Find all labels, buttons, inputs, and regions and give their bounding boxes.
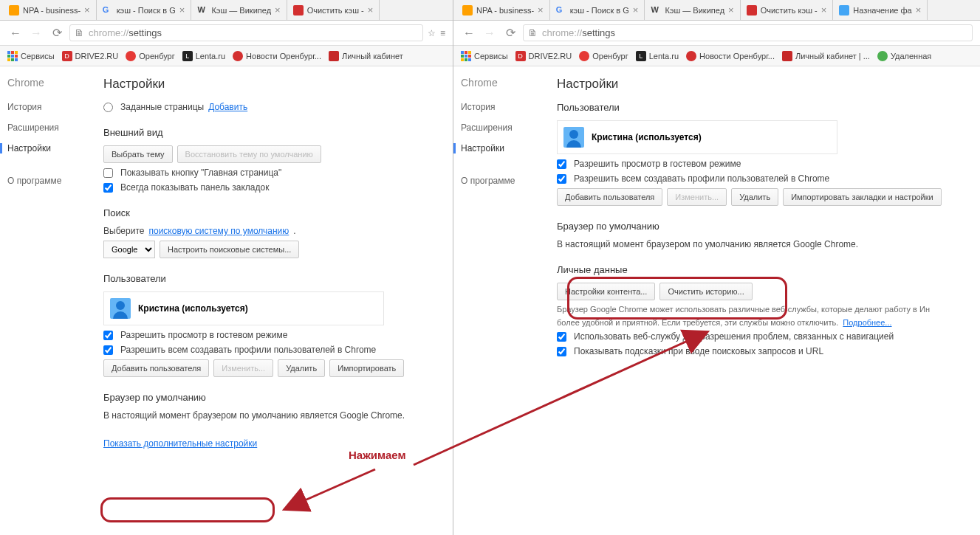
manage-engines-button[interactable]: Настроить поисковые системы... xyxy=(160,241,299,258)
default-search-link[interactable]: поисковую систему по умолчанию xyxy=(148,226,289,236)
guest-checkbox[interactable] xyxy=(557,159,566,169)
user-card[interactable]: Кристина (используется) xyxy=(557,120,837,154)
bookmarks-bar: Сервисы DDRIVE2.RU Оренбург LLenta.ru Но… xyxy=(0,46,453,66)
close-icon[interactable]: × xyxy=(633,4,639,15)
annotation-box xyxy=(100,497,275,522)
privacy-title: Личные данные xyxy=(557,264,980,275)
sidebar-title: Chrome xyxy=(7,77,96,89)
allow-add-checkbox[interactable] xyxy=(103,345,113,355)
tab-npa[interactable]: NPA - business-× xyxy=(3,0,97,20)
apps-shortcut[interactable]: Сервисы xyxy=(461,51,508,61)
tab-search[interactable]: Gкэш - Поиск в G× xyxy=(550,0,645,20)
tab-cache[interactable]: Очистить кэш -× xyxy=(741,0,834,20)
sidebar-settings[interactable]: Настройки xyxy=(0,143,96,153)
content-settings-button[interactable]: Настройки контента... xyxy=(557,283,655,300)
navsvc-checkbox[interactable] xyxy=(557,332,566,342)
edit-user-button: Изменить... xyxy=(667,188,727,206)
sidebar-history[interactable]: История xyxy=(461,102,549,112)
tab-wiki[interactable]: WКэш — Википед× xyxy=(645,0,740,20)
bookmark-item[interactable]: DDRIVE2.RU xyxy=(62,51,119,61)
search-title: Поиск xyxy=(103,207,453,218)
back-icon[interactable]: ← xyxy=(461,25,477,41)
show-bookmarks-checkbox[interactable] xyxy=(103,183,113,193)
page-title: Настройки xyxy=(557,77,980,92)
user-name: Кристина (используется) xyxy=(592,132,702,142)
close-icon[interactable]: × xyxy=(275,4,281,15)
close-icon[interactable]: × xyxy=(538,4,544,15)
bookmark-item[interactable]: Личный кабинет | ... xyxy=(782,51,870,61)
address-bar[interactable]: 🗎 chrome://settings xyxy=(69,24,423,41)
bookmark-item[interactable]: LLenta.ru xyxy=(182,51,225,61)
annotation-label: Нажимаем xyxy=(349,449,406,461)
edit-user-button: Изменить... xyxy=(213,359,273,377)
sidebar-settings[interactable]: Настройки xyxy=(453,143,549,153)
tab-wiki[interactable]: WКэш — Википед× xyxy=(191,0,287,20)
add-user-button[interactable]: Добавить пользователя xyxy=(103,359,209,377)
default-browser-title: Браузер по умолчанию xyxy=(103,392,453,403)
close-icon[interactable]: × xyxy=(728,4,734,15)
star-icon[interactable]: ☆ xyxy=(428,28,436,38)
guest-checkbox[interactable] xyxy=(103,331,113,340)
add-user-button[interactable]: Добавить пользователя xyxy=(557,188,662,206)
tab-bar: NPA - business-× Gкэш - Поиск в G× WКэш … xyxy=(453,0,980,21)
sidebar-extensions[interactable]: Расширения xyxy=(461,122,549,133)
bookmarks-bar: Сервисы DDRIVE2.RU Оренбург LLenta.ru Но… xyxy=(453,46,980,66)
startup-add-link[interactable]: Добавить xyxy=(208,102,247,112)
search-engine-select[interactable]: Google xyxy=(103,241,155,258)
default-browser-title: Браузер по умолчанию xyxy=(557,221,980,232)
close-icon[interactable]: × xyxy=(179,4,185,15)
tab-npa[interactable]: NPA - business-× xyxy=(456,0,550,20)
forward-icon: → xyxy=(482,25,498,41)
reload-icon[interactable]: ⟳ xyxy=(49,25,65,41)
tab-assign[interactable]: Назначение фа× xyxy=(833,0,928,20)
avatar-icon xyxy=(563,127,584,148)
address-bar[interactable]: 🗎 chrome://settings xyxy=(523,24,973,41)
reload-icon[interactable]: ⟳ xyxy=(502,25,518,41)
close-icon[interactable]: × xyxy=(84,4,90,15)
import-full-button[interactable]: Импортировать закладки и настройки xyxy=(783,188,942,206)
bookmark-item[interactable]: Личный кабинет xyxy=(329,51,403,61)
users-title: Пользователи xyxy=(103,273,453,284)
show-home-checkbox[interactable] xyxy=(103,168,113,178)
clear-history-button[interactable]: Очистить историю... xyxy=(659,283,752,300)
choose-theme-button[interactable]: Выбрать тему xyxy=(103,145,173,163)
sidebar-extensions[interactable]: Расширения xyxy=(7,122,96,133)
bookmark-item[interactable]: Оренбург xyxy=(579,51,628,61)
menu-icon[interactable]: ≡ xyxy=(440,28,445,38)
close-icon[interactable]: × xyxy=(916,4,922,15)
forward-icon: → xyxy=(28,25,44,41)
delete-user-button[interactable]: Удалить xyxy=(278,359,325,377)
startup-pages-radio[interactable] xyxy=(103,103,113,112)
apps-shortcut[interactable]: Сервисы xyxy=(7,51,55,61)
avatar-icon xyxy=(110,298,131,319)
allow-add-checkbox[interactable] xyxy=(557,174,566,184)
appearance-title: Внешний вид xyxy=(103,127,453,138)
close-icon[interactable]: × xyxy=(368,4,374,15)
user-card[interactable]: Кристина (используется) xyxy=(103,291,384,325)
tab-bar: NPA - business-× Gкэш - Поиск в G× WКэш … xyxy=(0,0,453,21)
bookmark-item[interactable]: Удаленная xyxy=(877,51,931,61)
delete-user-button[interactable]: Удалить xyxy=(731,188,778,206)
bookmark-item[interactable]: Оренбург xyxy=(126,51,174,61)
bookmark-item[interactable]: LLenta.ru xyxy=(636,51,679,61)
sidebar-history[interactable]: История xyxy=(7,102,96,112)
user-name: Кристина (используется) xyxy=(138,303,248,314)
tab-cache[interactable]: Очистить кэш -× xyxy=(287,0,380,20)
sidebar-title: Chrome xyxy=(461,77,549,89)
show-advanced-link[interactable]: Показать дополнительные настройки xyxy=(103,438,257,449)
bookmark-item[interactable]: Новости Оренбург... xyxy=(233,51,321,61)
sidebar-about[interactable]: О программе xyxy=(7,176,96,186)
bookmark-item[interactable]: Новости Оренбург... xyxy=(686,51,775,61)
close-icon[interactable]: × xyxy=(821,4,827,15)
users-title: Пользователи xyxy=(557,102,980,113)
suggest-checkbox[interactable] xyxy=(557,347,566,356)
tab-search[interactable]: Gкэш - Поиск в G× xyxy=(97,0,192,20)
back-icon[interactable]: ← xyxy=(7,25,24,41)
page-title: Настройки xyxy=(103,77,453,92)
privacy-more-link[interactable]: Подробнее... xyxy=(843,318,891,327)
sidebar-about[interactable]: О программе xyxy=(461,176,549,186)
bookmark-item[interactable]: DDRIVE2.RU xyxy=(515,51,572,61)
import-button[interactable]: Импортировать xyxy=(329,359,404,377)
reset-theme-button: Восстановить тему по умолчанию xyxy=(177,145,321,163)
